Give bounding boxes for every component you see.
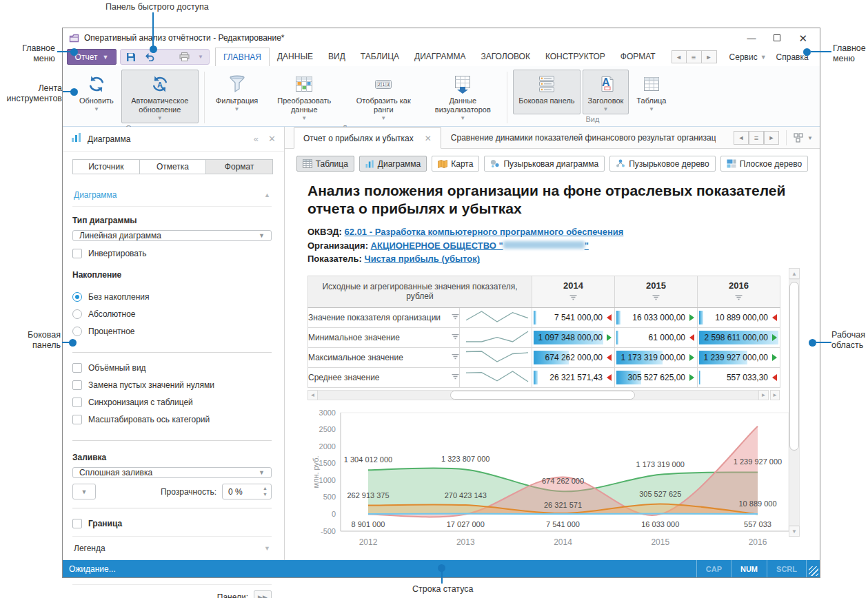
ribbon-button[interactable]: Преобразовать данные▼ xyxy=(265,70,343,123)
collapse-panel-icon[interactable]: « xyxy=(254,134,259,144)
stacking-option[interactable]: Процентное xyxy=(72,327,272,336)
parameter-link[interactable]: АКЦИОНЕРНОЕ ОБЩЕСТВО "" xyxy=(371,240,589,251)
stacking-option[interactable]: Абсолютное xyxy=(72,309,272,319)
horizontal-scrollbar[interactable]: ◄ ► ► xyxy=(307,390,780,400)
save-icon[interactable] xyxy=(126,52,136,62)
view-button[interactable]: Пузырьковая диаграмма xyxy=(484,156,605,172)
ribbon-button[interactable]: AАвтоматическое обновление▼ xyxy=(121,70,199,123)
stacking-option[interactable]: Без накопления xyxy=(72,292,272,302)
ribbon-tab-таблица[interactable]: ТАБЛИЦА xyxy=(353,48,407,66)
split-layout-button[interactable]: ▼ xyxy=(794,133,813,143)
ribbon-tab-заголовок[interactable]: ЗАГОЛОВОК xyxy=(474,48,538,66)
radio-button[interactable] xyxy=(72,309,82,319)
ribbon-tab-главная[interactable]: ГЛАВНАЯ xyxy=(215,48,270,66)
ribbon-tab-диаграмма[interactable]: ДИАГРАММА xyxy=(407,48,473,66)
year-column-header[interactable]: 2015 xyxy=(615,276,698,307)
side-panel-tab-отметка[interactable]: Отметка xyxy=(140,159,207,174)
year-column-header[interactable]: 2014 xyxy=(532,276,615,307)
filter-icon[interactable] xyxy=(452,373,459,382)
table-expand-icon[interactable]: ► xyxy=(770,390,780,400)
doc-tab-scroll-left-icon[interactable]: ◄ xyxy=(734,131,749,145)
filter-icon[interactable] xyxy=(452,333,459,342)
border-checkbox-row[interactable]: Граница xyxy=(72,519,272,528)
border-checkbox[interactable] xyxy=(72,519,82,528)
vertical-scroll-track[interactable] xyxy=(789,279,800,526)
ribbon-tab-данные[interactable]: ДАННЫЕ xyxy=(270,48,321,66)
resize-grip[interactable] xyxy=(806,560,820,577)
vertical-scrollbar[interactable]: ▲ ▼ xyxy=(789,268,800,537)
close-tab-icon[interactable]: ✕ xyxy=(425,134,432,143)
filter-icon[interactable] xyxy=(698,293,780,303)
invert-checkbox-row[interactable]: Инвертировать xyxy=(72,249,272,258)
side-panel-tab-формат[interactable]: Формат xyxy=(206,159,273,174)
panels-expand-button[interactable]: ▶▶ xyxy=(254,590,272,598)
stepper-up-icon[interactable]: ▲ xyxy=(263,485,268,491)
option-checkbox-row[interactable]: Объёмный вид xyxy=(72,363,272,373)
tab-scroll-right-icon[interactable]: ► xyxy=(702,50,717,63)
filter-icon[interactable] xyxy=(615,293,697,303)
ribbon-button[interactable]: 213Отобразить как ранги▼ xyxy=(345,70,422,123)
document-tab[interactable]: Отчет о прибылях и убытках✕ xyxy=(294,127,441,149)
ribbon-button[interactable]: Данные визуализаторов▼ xyxy=(424,70,501,123)
horizontal-scroll-track[interactable] xyxy=(318,390,758,400)
close-button[interactable]: ✕ xyxy=(798,33,807,43)
tab-scroll-left-icon[interactable]: ◄ xyxy=(672,50,687,63)
ribbon-button[interactable]: Обновить▼ xyxy=(74,70,119,123)
minimize-button[interactable]: — xyxy=(747,34,756,43)
parameter-link[interactable]: Чистая прибыль (убыток) xyxy=(365,254,481,264)
parameter-link[interactable]: 62.01 - Разработка компьютерного програм… xyxy=(345,227,624,237)
horizontal-scroll-thumb[interactable] xyxy=(450,391,635,400)
scroll-down-icon[interactable]: ▼ xyxy=(789,526,800,537)
tab-list-icon[interactable]: ≡ xyxy=(687,50,702,63)
ribbon-button[interactable]: Боковая панель xyxy=(513,70,580,114)
ribbon-button[interactable]: AЗаголовок▼ xyxy=(583,70,629,114)
filter-icon[interactable] xyxy=(452,353,459,362)
doc-tab-scroll-right-icon[interactable]: ► xyxy=(764,131,779,145)
section-chart[interactable]: Диаграмма ▲ xyxy=(72,183,272,207)
transparency-stepper[interactable]: 0 % ▲▼ xyxy=(222,484,272,499)
filter-icon[interactable] xyxy=(532,293,614,303)
ribbon-tab-конструктор[interactable]: КОНСТРУКТОР xyxy=(538,48,613,66)
view-button[interactable]: Диаграмма xyxy=(359,156,427,172)
scroll-up-icon[interactable]: ▲ xyxy=(789,268,800,279)
year-column-header[interactable]: 2016 xyxy=(698,276,780,307)
checkbox[interactable] xyxy=(72,363,82,373)
option-checkbox-row[interactable]: Синхронизация с таблицей xyxy=(72,398,272,407)
fill-color-select[interactable]: ▼ xyxy=(72,484,96,499)
close-panel-icon[interactable]: ✕ xyxy=(268,134,276,144)
scroll-left-icon[interactable]: ◄ xyxy=(307,390,318,400)
checkbox[interactable] xyxy=(72,398,82,407)
service-menu[interactable]: Сервис xyxy=(729,52,758,62)
ribbon-tab-вид[interactable]: ВИД xyxy=(321,48,353,66)
fill-type-select[interactable]: Сплошная заливка ▼ xyxy=(72,467,272,478)
radio-button[interactable] xyxy=(72,327,82,336)
radio-button[interactable] xyxy=(72,292,82,302)
view-button[interactable]: Плоское дерево xyxy=(720,156,808,172)
maximize-button[interactable] xyxy=(774,34,780,43)
quick-access-dropdown-icon[interactable]: ▼ xyxy=(198,54,203,60)
ribbon-button[interactable]: Таблица▼ xyxy=(631,70,672,114)
vertical-scroll-thumb[interactable] xyxy=(789,282,799,451)
view-button[interactable]: Пузырьковое дерево xyxy=(609,156,716,172)
stepper-down-icon[interactable]: ▼ xyxy=(263,491,268,497)
ribbon-button[interactable]: Фильтрация▼ xyxy=(210,70,263,123)
invert-checkbox[interactable] xyxy=(72,249,82,258)
document-tab[interactable]: Сравнение динамики показателей финансово… xyxy=(441,127,716,148)
checkbox[interactable] xyxy=(72,380,82,390)
view-button[interactable]: Карта xyxy=(432,156,479,172)
print-icon[interactable] xyxy=(179,52,190,61)
chart-type-select[interactable]: Линейная диаграмма ▼ xyxy=(72,230,272,241)
view-button[interactable]: Таблица xyxy=(296,156,354,172)
undo-icon[interactable] xyxy=(144,52,154,61)
ribbon-tab-формат[interactable]: ФОРМАТ xyxy=(613,48,663,66)
side-panel-tab-источник[interactable]: Источник xyxy=(72,159,140,174)
doc-tab-list-icon[interactable]: ≡ xyxy=(749,131,764,145)
option-checkbox-row[interactable]: Замена пустых значений нулями xyxy=(72,380,272,390)
filter-icon[interactable] xyxy=(452,313,459,322)
divider xyxy=(786,130,787,145)
document-body: Анализ положения организации на фоне отр… xyxy=(285,182,820,556)
scroll-right-icon[interactable]: ► xyxy=(758,390,769,400)
collapsed-section[interactable]: Легенда▼ xyxy=(72,536,272,560)
option-checkbox-row[interactable]: Масштабировать ось категорий xyxy=(72,415,272,424)
checkbox[interactable] xyxy=(72,415,82,424)
